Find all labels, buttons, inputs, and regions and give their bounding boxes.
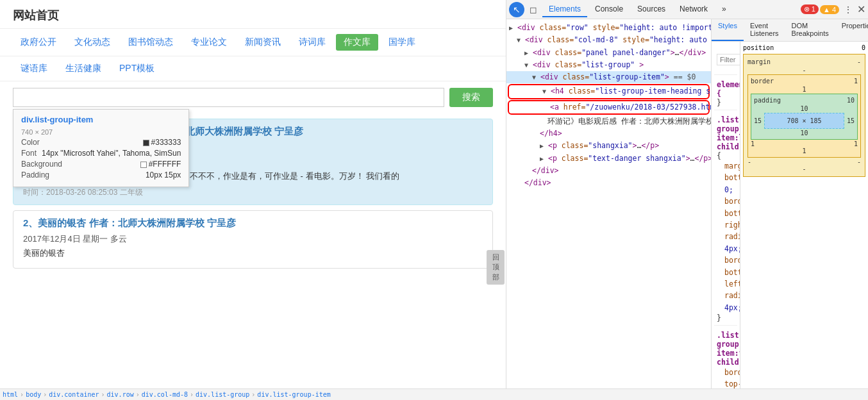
tab-more[interactable]: » (715, 2, 733, 17)
bm-border-right: 1 (854, 140, 858, 147)
bm-border-box: border 1 1 padding 10 (747, 74, 861, 158)
nav-item-政府公开[interactable]: 政府公开 (13, 34, 64, 51)
article-item-1: 2、美丽的银杏 作者：北师大株洲附属学校 宁呈彦2017年12月4日 星期一 多… (13, 210, 493, 269)
dom-line[interactable]: ▶ <p class="text-danger shangxia">…</p> (506, 153, 711, 165)
tab-console[interactable]: Console (588, 2, 630, 17)
color-swatch-white (140, 162, 147, 168)
bm-position-label: position (743, 44, 774, 51)
secondary-nav: 谜语库生活健康PPT模板 (0, 56, 506, 81)
tab-styles[interactable]: Styles (712, 19, 744, 41)
tooltip-color-val: #333333 (151, 138, 181, 147)
bm-margin-val: - (857, 58, 861, 65)
nav-item-图书馆动态[interactable]: 图书馆动态 (121, 34, 181, 51)
devtools-body: ▶ <div class="row" style="height: auto !… (506, 19, 868, 400)
settings-icon[interactable]: ⋮ (840, 2, 856, 17)
tooltip-font-val: 14px "Microsoft Yahei", Tahoma, SimSun (42, 149, 181, 158)
error-badge: ⊗ 1 (801, 4, 819, 14)
tooltip-size: 740 × 207 (21, 128, 53, 136)
styles-filter-row: :hov .cls + (714, 44, 737, 75)
nav-item-文化动态[interactable]: 文化动态 (67, 34, 118, 51)
nav2-item-谜语库[interactable]: 谜语库 (13, 60, 55, 77)
styles-panel: :hov .cls + element.style { } .list-grou… (712, 42, 740, 400)
nav-item-国学库[interactable]: 国学库 (381, 34, 423, 51)
tab-event-listeners[interactable]: Event Listeners (744, 19, 785, 41)
search-button[interactable]: 搜索 (449, 88, 493, 107)
tab-dom-breakpoints[interactable]: DOM Breakpoints (785, 19, 835, 41)
dom-line[interactable]: ▶ <div class="panel panel-danger">…</div… (506, 47, 711, 59)
dom-tree-panel: ▶ <div class="row" style="height: auto !… (506, 19, 712, 400)
dom-line[interactable]: 环游记》电影观后感 作者：北师大株洲附属学校 宁呈彦</a> (506, 115, 711, 128)
breadcrumb-bar: html › body › div.container › div.row › … (506, 388, 712, 400)
article-link-1[interactable]: 2、美丽的银杏 作者：北师大株洲附属学校 宁呈彦 (23, 217, 236, 228)
scroll-to-top-button[interactable]: 回顶部 (487, 250, 505, 285)
tab-network[interactable]: Network (673, 2, 714, 17)
bm-margin-right: - (857, 158, 861, 165)
site-title: 网站首页 (13, 9, 59, 22)
tooltip-size-row: 740 × 207 (21, 128, 181, 136)
bm-position-row: position 0 (743, 44, 865, 51)
devtools-panel: ↖ ◻ Elements Console Sources Network » ⊗… (506, 0, 868, 400)
nav2-item-生活健康[interactable]: 生活健康 (58, 60, 109, 77)
tooltip-bg-val: #FFFFFF (149, 160, 181, 169)
article-date-1: 2017年12月4日 星期一 多云 (23, 233, 483, 245)
bm-pad-top: 10 (800, 105, 808, 112)
tab-properties[interactable]: Properties (835, 19, 868, 41)
bm-padding-val: 10 (847, 97, 855, 104)
dom-line[interactable]: ▶ <p class="shangxia">…</p> (506, 140, 711, 152)
element-tooltip: div.list-group-item 740 × 207 Color #333… (13, 109, 189, 187)
bm-pad-left: 15 (754, 117, 762, 124)
tab-elements[interactable]: Elements (542, 2, 587, 17)
tooltip-padding-val: 10px 15px (146, 171, 181, 179)
warn-badge: ▲ 4 (820, 5, 839, 14)
cursor-icon[interactable]: ↖ (509, 2, 524, 17)
prop-line: border-bottom-left-radius: 4px; (717, 254, 735, 313)
bm-border-bottom: 1 (802, 147, 806, 154)
devtools-bottom: :hov .cls + element.style { } .list-grou… (712, 42, 868, 400)
tooltip-color-row: Color #333333 (21, 138, 181, 147)
dom-line[interactable]: ▼ <div class="col-md-8" style="height: a… (506, 34, 711, 46)
nav-item-专业论文[interactable]: 专业论文 (183, 34, 235, 51)
tooltip-bg-row: Background #FFFFFF (21, 160, 181, 169)
bm-margin-left: - (747, 158, 751, 165)
dom-line[interactable]: </h4> (506, 128, 711, 140)
website-panel: 网站首页 政府公开文化动态图书馆动态专业论文新闻资讯诗词库作文库国学库 谜语库生… (0, 0, 506, 400)
tooltip-font-row: Font 14px "Microsoft Yahei", Tahoma, Sim… (21, 149, 181, 158)
close-button[interactable]: ✕ (857, 3, 865, 15)
prop-line: border-bottom-right-radius: 4px; (717, 196, 735, 254)
rule-selector: element.style { (717, 80, 740, 98)
rule-selector-last-child: .list-group-item:last-child (717, 115, 740, 151)
bm-border-label: border (751, 78, 774, 85)
color-swatch-dark (143, 140, 149, 146)
bm-content-size: 708 × 185 (787, 117, 821, 124)
dom-line[interactable]: </div> (506, 165, 711, 177)
nav2-item-PPT模板[interactable]: PPT模板 (112, 60, 162, 77)
bm-margin-bottom: - (802, 165, 806, 172)
inspect-icon[interactable]: ◻ (526, 2, 541, 17)
bm-position-val: 0 (862, 44, 865, 51)
dom-line[interactable]: ▼ <div class="list-group" > (506, 59, 711, 71)
box-model-panel: position 0 margin - - (740, 42, 868, 400)
dom-line-selected[interactable]: ▼ <div class="list-group-item"> == $0 (506, 71, 711, 83)
nav-item-诗词库[interactable]: 诗词库 (291, 34, 333, 51)
tooltip-padding-row: Padding 10px 15px (21, 171, 181, 179)
bm-border-val: 1 (854, 78, 858, 85)
style-rule-element: element.style { } (714, 78, 737, 110)
bm-padding-box: padding 10 10 15 708 (751, 94, 858, 140)
nav-item-作文库[interactable]: 作文库 (336, 34, 378, 51)
dom-line[interactable]: </div> (506, 177, 711, 189)
bm-pad-right: 15 (847, 117, 855, 124)
dom-line[interactable]: ▼ <h4 class="list-group-item-heading sha… (508, 84, 710, 99)
tab-sources[interactable]: Sources (631, 2, 672, 17)
prop-line: margin-bottom: 0; (717, 160, 735, 196)
search-input[interactable] (13, 88, 444, 107)
bm-margin-box: margin - - border 1 (743, 54, 865, 177)
styles-filter-input[interactable] (717, 54, 740, 65)
devtools-toolbar: ↖ ◻ Elements Console Sources Network » ⊗… (506, 0, 868, 19)
dom-line[interactable]: ▶ <div class="row" style="height: auto !… (506, 22, 711, 34)
nav-item-新闻资讯[interactable]: 新闻资讯 (237, 34, 288, 51)
rule-selector-first-child: .list-group-item:first-child { (717, 331, 740, 367)
bm-content-box: 708 × 185 (764, 113, 844, 129)
dom-link-line[interactable]: <a href="/zuowenku/2018-03/527938.html" … (508, 100, 710, 115)
tooltip-selector: div.list-group-item (21, 115, 181, 124)
main-nav: 政府公开文化动态图书馆动态专业论文新闻资讯诗词库作文库国学库 (0, 29, 506, 56)
